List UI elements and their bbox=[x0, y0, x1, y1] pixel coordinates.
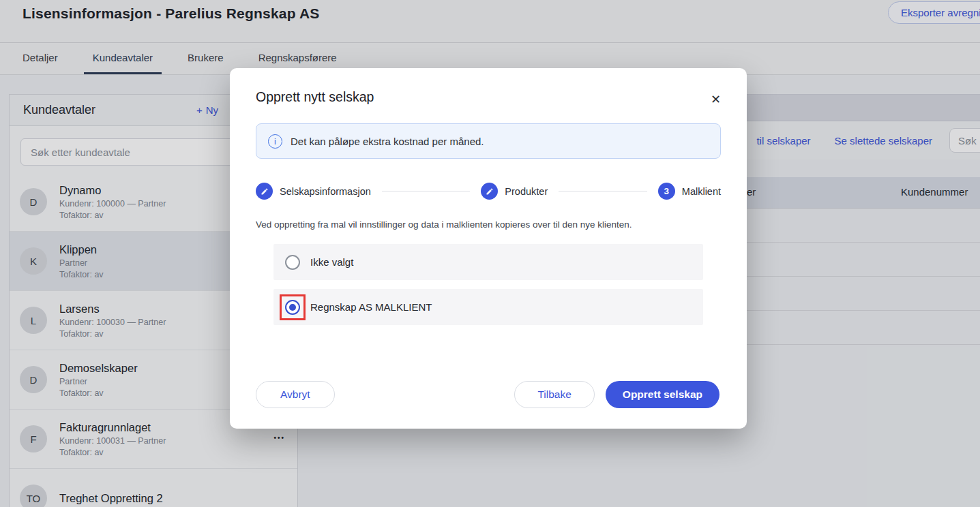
pencil-icon bbox=[256, 183, 273, 200]
step-produkter[interactable]: Produkter bbox=[481, 183, 548, 200]
info-banner-text: Det kan påløpe ekstra kostnad per måned. bbox=[291, 136, 484, 147]
stepper: Selskapsinformasjon Produkter 3 Malklien… bbox=[256, 183, 721, 200]
info-icon: i bbox=[268, 134, 282, 149]
step-connector bbox=[382, 191, 471, 192]
radio-unselected-icon[interactable] bbox=[285, 255, 300, 270]
option-ikke-valgt[interactable]: Ikke valgt bbox=[273, 244, 703, 280]
modal-title: Opprett nytt selskap bbox=[256, 89, 721, 105]
create-company-button[interactable]: Opprett selskap bbox=[606, 381, 719, 408]
step-label: Selskapsinformasjon bbox=[280, 186, 371, 197]
create-company-modal: Opprett nytt selskap ✕ i Det kan påløpe … bbox=[230, 68, 747, 429]
pencil-icon bbox=[481, 183, 498, 200]
step-number: 3 bbox=[658, 183, 675, 200]
radio-selected-icon[interactable] bbox=[285, 300, 300, 315]
option-label: Ikke valgt bbox=[310, 256, 353, 268]
footer-right-group: Tilbake Opprett selskap bbox=[514, 381, 719, 408]
annotation-highlight-box bbox=[280, 294, 306, 320]
step-label: Malklient bbox=[682, 186, 721, 197]
template-options: Ikke valgt Regnskap AS MALKLIENT bbox=[256, 244, 721, 325]
step-description: Ved oppretting fra mal vil innstillinger… bbox=[256, 219, 721, 230]
option-regnskap-as-malklient[interactable]: Regnskap AS MALKLIENT bbox=[273, 289, 703, 325]
step-selskapsinformasjon[interactable]: Selskapsinformasjon bbox=[256, 183, 371, 200]
info-banner: i Det kan påløpe ekstra kostnad per måne… bbox=[256, 123, 721, 159]
back-button[interactable]: Tilbake bbox=[514, 381, 594, 408]
step-malklient[interactable]: 3 Malklient bbox=[658, 183, 721, 200]
cancel-button[interactable]: Avbryt bbox=[256, 381, 335, 408]
step-label: Produkter bbox=[505, 186, 548, 197]
option-label: Regnskap AS MALKLIENT bbox=[310, 301, 432, 313]
close-icon[interactable]: ✕ bbox=[708, 89, 724, 110]
step-connector bbox=[559, 191, 647, 192]
modal-footer: Avbryt Tilbake Opprett selskap bbox=[256, 381, 719, 408]
